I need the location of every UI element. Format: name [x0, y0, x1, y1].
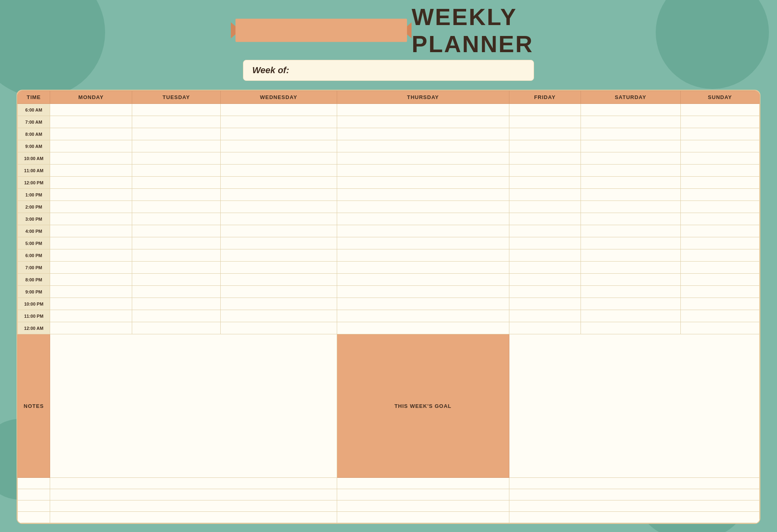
schedule-cell[interactable]: [581, 262, 680, 274]
schedule-cell[interactable]: [509, 189, 581, 201]
schedule-cell[interactable]: [132, 322, 220, 334]
schedule-cell[interactable]: [509, 128, 581, 140]
notes-cell[interactable]: [50, 489, 337, 500]
schedule-cell[interactable]: [337, 140, 509, 152]
schedule-cell[interactable]: [50, 310, 132, 322]
schedule-cell[interactable]: [220, 237, 337, 249]
schedule-cell[interactable]: [509, 262, 581, 274]
schedule-cell[interactable]: [680, 298, 759, 310]
schedule-cell[interactable]: [50, 201, 132, 213]
schedule-cell[interactable]: [50, 116, 132, 128]
schedule-cell[interactable]: [132, 177, 220, 189]
schedule-cell[interactable]: [680, 128, 759, 140]
schedule-cell[interactable]: [220, 128, 337, 140]
schedule-cell[interactable]: [337, 249, 509, 262]
schedule-cell[interactable]: [509, 140, 581, 152]
schedule-cell[interactable]: [680, 165, 759, 177]
notes-cell[interactable]: [50, 478, 337, 489]
schedule-cell[interactable]: [220, 189, 337, 201]
schedule-cell[interactable]: [132, 225, 220, 237]
schedule-cell[interactable]: [680, 177, 759, 189]
schedule-cell[interactable]: [509, 225, 581, 237]
schedule-cell[interactable]: [581, 104, 680, 116]
schedule-cell[interactable]: [50, 322, 132, 334]
schedule-cell[interactable]: [50, 140, 132, 152]
schedule-cell[interactable]: [680, 249, 759, 262]
schedule-cell[interactable]: [581, 152, 680, 165]
schedule-cell[interactable]: [680, 213, 759, 225]
schedule-cell[interactable]: [132, 201, 220, 213]
schedule-cell[interactable]: [132, 165, 220, 177]
schedule-cell[interactable]: [50, 274, 132, 286]
schedule-cell[interactable]: [220, 262, 337, 274]
schedule-cell[interactable]: [220, 165, 337, 177]
schedule-cell[interactable]: [50, 189, 132, 201]
schedule-cell[interactable]: [581, 237, 680, 249]
schedule-cell[interactable]: [50, 213, 132, 225]
schedule-cell[interactable]: [220, 225, 337, 237]
schedule-cell[interactable]: [581, 140, 680, 152]
schedule-cell[interactable]: [220, 116, 337, 128]
schedule-cell[interactable]: [337, 262, 509, 274]
schedule-cell[interactable]: [132, 189, 220, 201]
schedule-cell[interactable]: [581, 322, 680, 334]
schedule-cell[interactable]: [220, 201, 337, 213]
notes-cell[interactable]: [50, 512, 337, 523]
schedule-cell[interactable]: [132, 213, 220, 225]
schedule-cell[interactable]: [509, 116, 581, 128]
schedule-cell[interactable]: [337, 225, 509, 237]
schedule-cell[interactable]: [581, 189, 680, 201]
schedule-cell[interactable]: [50, 249, 132, 262]
schedule-cell[interactable]: [337, 298, 509, 310]
schedule-cell[interactable]: [680, 274, 759, 286]
schedule-cell[interactable]: [50, 237, 132, 249]
schedule-cell[interactable]: [50, 104, 132, 116]
schedule-cell[interactable]: [220, 140, 337, 152]
schedule-cell[interactable]: [50, 128, 132, 140]
schedule-cell[interactable]: [132, 140, 220, 152]
schedule-cell[interactable]: [50, 286, 132, 298]
schedule-cell[interactable]: [132, 152, 220, 165]
schedule-cell[interactable]: [509, 152, 581, 165]
schedule-cell[interactable]: [581, 177, 680, 189]
schedule-cell[interactable]: [680, 237, 759, 249]
goal-cell[interactable]: [509, 489, 759, 500]
schedule-cell[interactable]: [680, 225, 759, 237]
schedule-cell[interactable]: [680, 322, 759, 334]
schedule-cell[interactable]: [581, 213, 680, 225]
schedule-cell[interactable]: [337, 310, 509, 322]
notes-cell[interactable]: [50, 500, 337, 512]
schedule-cell[interactable]: [132, 128, 220, 140]
schedule-cell[interactable]: [509, 286, 581, 298]
schedule-cell[interactable]: [220, 322, 337, 334]
schedule-cell[interactable]: [581, 249, 680, 262]
goal-cell[interactable]: [509, 500, 759, 512]
schedule-cell[interactable]: [337, 322, 509, 334]
schedule-cell[interactable]: [337, 128, 509, 140]
schedule-cell[interactable]: [220, 213, 337, 225]
schedule-cell[interactable]: [509, 322, 581, 334]
schedule-cell[interactable]: [581, 298, 680, 310]
schedule-cell[interactable]: [220, 310, 337, 322]
schedule-cell[interactable]: [132, 298, 220, 310]
schedule-cell[interactable]: [337, 237, 509, 249]
schedule-cell[interactable]: [337, 213, 509, 225]
schedule-cell[interactable]: [680, 116, 759, 128]
schedule-cell[interactable]: [337, 274, 509, 286]
schedule-cell[interactable]: [680, 104, 759, 116]
schedule-cell[interactable]: [220, 274, 337, 286]
schedule-cell[interactable]: [220, 249, 337, 262]
schedule-cell[interactable]: [509, 274, 581, 286]
schedule-cell[interactable]: [509, 104, 581, 116]
schedule-cell[interactable]: [581, 286, 680, 298]
schedule-cell[interactable]: [132, 249, 220, 262]
goal-cell[interactable]: [509, 512, 759, 523]
schedule-cell[interactable]: [132, 286, 220, 298]
goal-cell[interactable]: [509, 478, 759, 489]
schedule-cell[interactable]: [680, 189, 759, 201]
schedule-cell[interactable]: [337, 286, 509, 298]
schedule-cell[interactable]: [337, 165, 509, 177]
schedule-cell[interactable]: [581, 274, 680, 286]
schedule-cell[interactable]: [509, 237, 581, 249]
schedule-cell[interactable]: [337, 116, 509, 128]
